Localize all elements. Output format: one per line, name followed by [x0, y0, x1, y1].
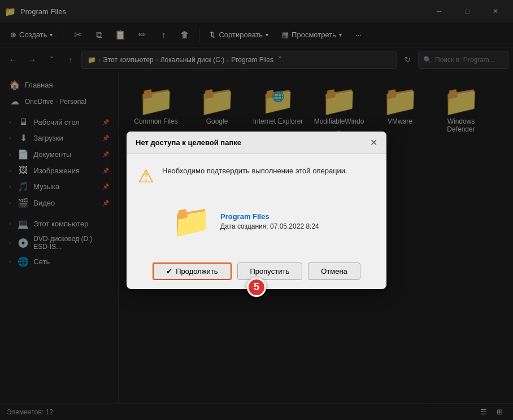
folder-preview: 📁 Program Files Дата создания: 07.05.202…	[138, 196, 375, 242]
preview-info: Program Files Дата создания: 07.05.2022 …	[220, 212, 319, 230]
access-dialog: Нет доступа к целевой папке ✕ ⚠ Необходи…	[127, 132, 386, 289]
dialog-warning-text: Необходимо подтвердить выполнение этой о…	[162, 165, 347, 177]
continue-icon: ✔	[166, 267, 172, 275]
dialog-body: ⚠ Необходимо подтвердить выполнение этой…	[127, 154, 386, 251]
skip-button[interactable]: Пропустить	[237, 262, 303, 280]
dialog-title-text: Нет доступа к целевой папке	[136, 138, 241, 147]
dialog-warning-row: ⚠ Необходимо подтвердить выполнение этой…	[138, 165, 375, 187]
preview-date: Дата создания: 07.05.2022 8:24	[220, 222, 319, 230]
dialog-overlay: Нет доступа к целевой папке ✕ ⚠ Необходи…	[0, 0, 513, 420]
preview-folder-icon: 📁	[172, 203, 211, 240]
warning-icon: ⚠	[138, 165, 154, 187]
step-badge: 5	[247, 278, 266, 297]
dialog-wrapper: Нет доступа к целевой папке ✕ ⚠ Необходи…	[127, 132, 386, 289]
dialog-titlebar: Нет доступа к целевой папке ✕	[127, 132, 386, 154]
date-label: Дата создания:	[220, 222, 268, 230]
cancel-button[interactable]: Отмена	[308, 262, 360, 280]
continue-button[interactable]: ✔ Продолжить	[153, 262, 231, 280]
date-value: 07.05.2022 8:24	[270, 222, 319, 230]
dialog-close-button[interactable]: ✕	[370, 137, 377, 148]
preview-folder-name: Program Files	[220, 212, 319, 221]
